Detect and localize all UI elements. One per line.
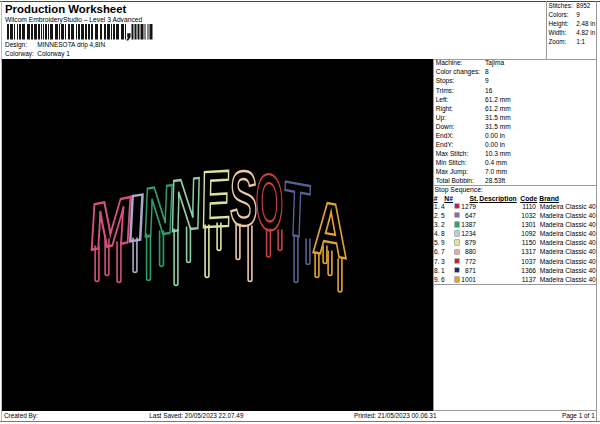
svg-text:S: S [230, 153, 258, 241]
svg-text:A: A [311, 183, 349, 274]
svg-text:O: O [256, 156, 284, 248]
svg-text:T: T [282, 165, 311, 254]
